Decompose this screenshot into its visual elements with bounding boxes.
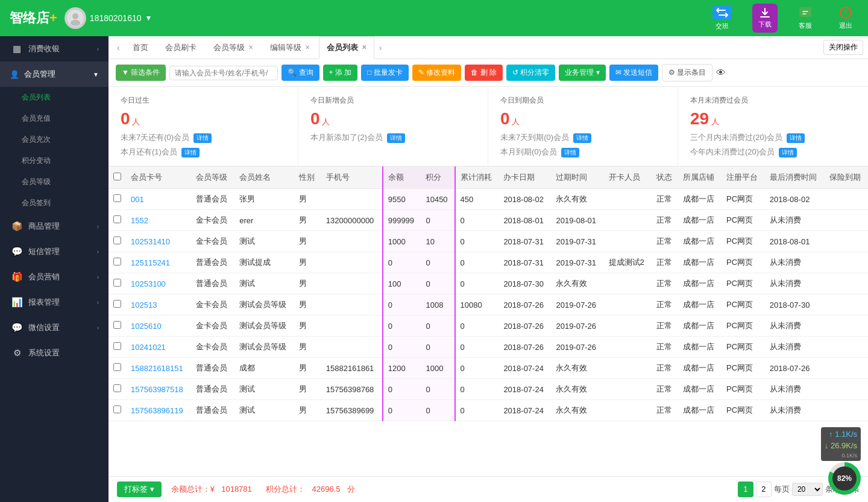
send-sms-button[interactable]: ✉ 发送短信	[609, 65, 658, 81]
sidebar-item-member-times[interactable]: 会员充次	[0, 129, 108, 150]
th-points: 积分	[421, 167, 454, 189]
search-button[interactable]: 🔍 查询	[281, 65, 319, 81]
modify-info-button[interactable]: ✎ 修改资料	[412, 65, 461, 81]
delete-button[interactable]: 🗑 删 除	[465, 65, 503, 81]
per-page-select[interactable]: 20 50 100	[792, 483, 823, 496]
card-no-link-5[interactable]: 102513	[131, 300, 157, 310]
sidebar-item-points-change[interactable]: 积分变动	[0, 150, 108, 171]
stat-expire-badge1[interactable]: 详情	[573, 133, 591, 143]
stat-birthday-detail1: 未来7天还有(0)会员 详情	[121, 132, 286, 143]
cell-expire: 永久有效	[551, 379, 603, 400]
row-checkbox-8[interactable]	[113, 363, 121, 371]
cell-insurance	[825, 231, 868, 252]
row-checkbox-1[interactable]	[113, 215, 121, 223]
cell-balance: 9550	[383, 189, 421, 210]
card-no-link-0[interactable]: 001	[131, 195, 144, 204]
cell-reg-channel: PC网页	[722, 252, 765, 273]
card-no-link-7[interactable]: 10241021	[131, 343, 166, 352]
table-row: 158821618151 普通会员 成都 男 15882161861 1200 …	[108, 358, 868, 379]
close-ops-button[interactable]: 关闭操作	[823, 40, 863, 55]
row-checkbox-7[interactable]	[113, 342, 121, 350]
dropdown-arrow[interactable]: ▼	[145, 14, 153, 22]
tab-member-level[interactable]: 会员等级 ✕	[206, 36, 261, 59]
clear-points-button[interactable]: ↺ 积分清零	[506, 65, 555, 81]
page-1-button[interactable]: 1	[738, 481, 753, 497]
card-no-link-3[interactable]: 125115241	[131, 258, 170, 267]
card-no-link-6[interactable]: 1025610	[131, 322, 162, 331]
stat-inactive-badge1[interactable]: 详情	[787, 133, 805, 143]
sidebar-item-system[interactable]: ⚙ 系统设置	[0, 340, 108, 366]
sidebar-item-member-level[interactable]: 会员等级	[0, 171, 108, 192]
cell-level: 金卡会员	[191, 231, 234, 252]
print-button[interactable]: 打标签 ▾	[117, 481, 162, 497]
sidebar-group-member-header[interactable]: 👤 会员管理 ▼	[0, 62, 108, 87]
cell-balance: 0	[383, 400, 421, 421]
tab-edit-level[interactable]: 编辑等级 ✕	[262, 36, 318, 59]
row-checkbox-5[interactable]	[113, 300, 121, 308]
cell-reg-channel: PC网页	[722, 210, 765, 231]
tab-card-swipe[interactable]: 会员刷卡	[157, 36, 204, 59]
sidebar-item-marketing[interactable]: 🎁 会员营销 ›	[0, 264, 108, 290]
batch-card-button[interactable]: □ 批量发卡	[361, 65, 409, 81]
display-cols-button[interactable]: ⚙ 显示条目	[662, 64, 712, 81]
stat-new-member-badge1[interactable]: 详情	[387, 133, 405, 143]
row-checkbox-4[interactable]	[113, 279, 121, 287]
stat-birthday-badge1[interactable]: 详情	[193, 133, 212, 143]
cell-total-consume: 450	[455, 189, 499, 210]
network-circle[interactable]: 82%	[828, 462, 861, 495]
stat-expire-badge2[interactable]: 详情	[561, 148, 579, 157]
card-no-link-8[interactable]: 158821618151	[131, 364, 183, 373]
stat-birthday-badge2[interactable]: 详情	[181, 148, 200, 157]
eye-icon[interactable]: 👁	[716, 68, 726, 78]
stat-inactive-title: 本月未消费过会员	[690, 95, 856, 106]
row-checkbox-0[interactable]	[113, 194, 121, 202]
page-2-button[interactable]: 2	[756, 481, 772, 497]
sidebar-item-member-recharge[interactable]: 会员充值	[0, 108, 108, 129]
sidebar-item-wechat[interactable]: 💬 微信设置 ›	[0, 315, 108, 340]
card-no-link-4[interactable]: 10253100	[131, 279, 166, 288]
sidebar-item-goods[interactable]: 📦 商品管理 ›	[0, 214, 108, 239]
logout-button[interactable]: 退出	[833, 2, 858, 34]
row-checkbox-10[interactable]	[113, 405, 121, 413]
sidebar-item-cashier[interactable]: ▦ 消费收银 ›	[0, 36, 108, 62]
select-all-checkbox[interactable]	[113, 173, 121, 180]
cell-total-consume: 0	[455, 252, 499, 273]
service-button[interactable]: 客服	[792, 2, 819, 34]
card-no-link-2[interactable]: 102531410	[131, 237, 170, 246]
cell-gender: 男	[294, 400, 321, 421]
row-checkbox-9[interactable]	[113, 384, 121, 392]
exchange-button[interactable]: 交班	[706, 2, 738, 34]
tab-nav-right[interactable]: ›	[376, 43, 386, 52]
sidebar-item-member-list[interactable]: 会员列表	[0, 87, 108, 108]
stat-inactive-badge2[interactable]: 详情	[779, 148, 797, 157]
card-no-link-1[interactable]: 1552	[131, 216, 148, 225]
cell-status: 正常	[652, 337, 678, 358]
tab-member-list[interactable]: 会员列表 ✕	[319, 36, 374, 59]
download-button[interactable]: 下载	[752, 4, 778, 33]
cell-total-consume: 0	[455, 316, 499, 337]
cell-gender: 男	[294, 337, 321, 358]
per-page-label: 每页	[774, 484, 790, 495]
sidebar-item-sms[interactable]: 💬 短信管理 ›	[0, 239, 108, 264]
service-label: 客服	[799, 21, 812, 30]
sidebar-item-reports[interactable]: 📊 报表管理 ›	[0, 290, 108, 315]
sms-icon: 💬	[11, 246, 22, 257]
tab-nav-left[interactable]: ‹	[113, 43, 124, 52]
row-checkbox-2[interactable]	[113, 237, 121, 244]
tab-member-level-close[interactable]: ✕	[248, 44, 253, 51]
svg-point-2	[71, 20, 80, 26]
cell-name: erer	[234, 210, 294, 231]
tab-edit-level-close[interactable]: ✕	[305, 44, 310, 51]
filter-button[interactable]: ▼ 筛选条件	[116, 65, 166, 81]
card-no-link-10[interactable]: 157563896119	[131, 406, 183, 415]
row-checkbox-3[interactable]	[113, 258, 121, 265]
user-info[interactable]: 18180201610 ▼	[64, 7, 153, 29]
add-button[interactable]: + 添 加	[323, 65, 358, 81]
row-checkbox-6[interactable]	[113, 321, 121, 329]
tab-home[interactable]: 首页	[125, 36, 156, 59]
card-no-link-9[interactable]: 157563987518	[131, 385, 183, 394]
search-input[interactable]	[169, 66, 278, 80]
tab-member-list-close[interactable]: ✕	[362, 44, 366, 51]
sidebar-item-member-checkin[interactable]: 会员签到	[0, 192, 108, 214]
business-mgmt-button[interactable]: 业务管理 ▾	[559, 65, 605, 81]
